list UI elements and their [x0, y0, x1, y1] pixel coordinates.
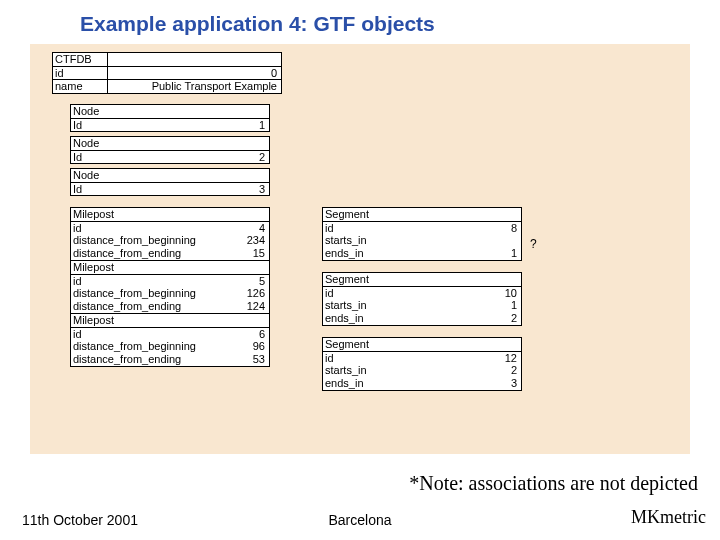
node-head: Node — [71, 105, 126, 118]
node-head: Node — [71, 137, 126, 150]
node-object: Node Id1 — [70, 104, 270, 132]
ctfdb-name: Public Transport Example — [108, 80, 281, 93]
segment-object: Segment id10 starts_in1 ends_in2 — [322, 272, 522, 326]
mp-id: 6 — [216, 328, 269, 341]
mp-dfe-label: distance_from_ending — [71, 300, 216, 313]
seg-starts-label: starts_in — [323, 364, 423, 377]
seg-id: 10 — [423, 287, 521, 300]
mp-id-label: id — [71, 328, 216, 341]
mp-dfb: 234 — [216, 234, 269, 247]
seg-id-label: id — [323, 287, 423, 300]
question-mark: ? — [530, 237, 537, 251]
footer-brand: MKmetric — [631, 507, 706, 528]
seg-ends-label: ends_in — [323, 377, 423, 390]
segment-object: Segment id12 starts_in2 ends_in3 — [322, 337, 522, 391]
mp-dfe: 15 — [216, 247, 269, 260]
seg-id-label: id — [323, 222, 423, 235]
ctfdb-head: CTFDB — [53, 53, 108, 66]
mp-dfe: 124 — [216, 300, 269, 313]
slide-title: Example application 4: GTF objects — [80, 12, 435, 36]
node-id-label: Id — [71, 151, 126, 164]
milepost-object: Milepost id5 distance_from_beginning126 … — [70, 260, 270, 314]
seg-id: 12 — [423, 352, 521, 365]
seg-starts: 1 — [423, 299, 521, 312]
node-id-label: Id — [71, 119, 126, 132]
mp-dfb-label: distance_from_beginning — [71, 287, 216, 300]
seg-starts: 2 — [423, 364, 521, 377]
node-object: Node Id3 — [70, 168, 270, 196]
node-head: Node — [71, 169, 126, 182]
node-object: Node Id2 — [70, 136, 270, 164]
segment-head: Segment — [323, 273, 423, 286]
mp-id-label: id — [71, 222, 216, 235]
segment-head: Segment — [323, 338, 423, 351]
seg-id: 8 — [423, 222, 521, 235]
node-id: 2 — [126, 151, 269, 164]
mp-dfe-label: distance_from_ending — [71, 353, 216, 366]
milepost-object: Milepost id4 distance_from_beginning234 … — [70, 207, 270, 261]
node-id: 3 — [126, 183, 269, 196]
milepost-head: Milepost — [71, 314, 216, 327]
seg-starts — [423, 234, 521, 247]
node-id: 1 — [126, 119, 269, 132]
mp-dfb: 96 — [216, 340, 269, 353]
ctfdb-id-label: id — [53, 67, 108, 80]
mp-dfe: 53 — [216, 353, 269, 366]
mp-dfb-label: distance_from_beginning — [71, 340, 216, 353]
footnote: *Note: associations are not depicted — [409, 472, 698, 495]
node-id-label: Id — [71, 183, 126, 196]
ctfdb-id: 0 — [108, 67, 281, 80]
ctfdb-object: CTFDB id0 namePublic Transport Example — [52, 52, 282, 94]
milepost-head: Milepost — [71, 208, 216, 221]
seg-starts-label: starts_in — [323, 299, 423, 312]
diagram-canvas: CTFDB id0 namePublic Transport Example N… — [30, 44, 690, 454]
mp-dfb-label: distance_from_beginning — [71, 234, 216, 247]
mp-dfb: 126 — [216, 287, 269, 300]
seg-ends-label: ends_in — [323, 312, 423, 325]
mp-id: 5 — [216, 275, 269, 288]
seg-starts-label: starts_in — [323, 234, 423, 247]
seg-ends-label: ends_in — [323, 247, 423, 260]
seg-ends: 2 — [423, 312, 521, 325]
seg-ends: 3 — [423, 377, 521, 390]
mp-id-label: id — [71, 275, 216, 288]
footer-location: Barcelona — [0, 512, 720, 528]
milepost-object: Milepost id6 distance_from_beginning96 d… — [70, 313, 270, 367]
segment-object: Segment id8 starts_in ends_in1 — [322, 207, 522, 261]
ctfdb-name-label: name — [53, 80, 108, 93]
seg-ends: 1 — [423, 247, 521, 260]
mp-id: 4 — [216, 222, 269, 235]
milepost-head: Milepost — [71, 261, 216, 274]
segment-head: Segment — [323, 208, 423, 221]
mp-dfe-label: distance_from_ending — [71, 247, 216, 260]
seg-id-label: id — [323, 352, 423, 365]
